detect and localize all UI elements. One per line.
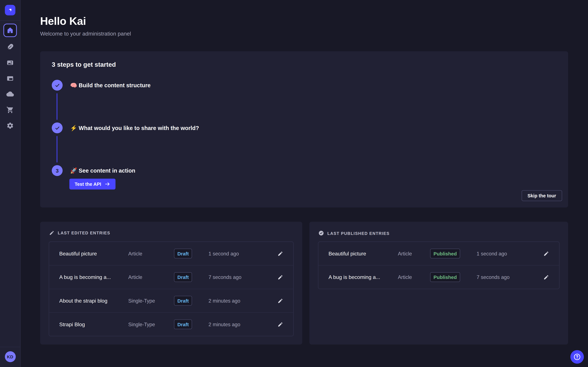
- status-badge: Draft: [174, 272, 192, 282]
- page-subtitle: Welcome to your administration panel: [40, 31, 131, 37]
- check-circle-icon: [318, 230, 324, 236]
- pencil-icon: [49, 230, 54, 235]
- entry-time: 2 minutes ago: [208, 322, 268, 327]
- home-icon: [6, 27, 14, 34]
- step-2-label: ⚡ What would you like to share with the …: [70, 123, 199, 133]
- sidebar-item-marketplace[interactable]: [4, 104, 16, 116]
- entry-title: Strapi Blog: [59, 321, 128, 327]
- feather-icon: [6, 43, 14, 51]
- page-header: Hello Kai Welcome to your administration…: [40, 15, 131, 37]
- entry-time: 2 minutes ago: [208, 298, 268, 303]
- step-number: 3: [56, 167, 59, 174]
- entry-time: 7 seconds ago: [477, 274, 537, 280]
- sidebar-item-media-library[interactable]: [4, 57, 16, 68]
- page-title: Hello Kai: [40, 15, 131, 27]
- edit-entry-button[interactable]: [275, 295, 286, 306]
- step-2-indicator: [52, 123, 63, 133]
- guided-tour-card: 3 steps to get started 🧠 Build the conte…: [40, 51, 568, 208]
- last-edited-table: Beautiful picture Article Draft 1 second…: [49, 242, 294, 336]
- edit-entry-button[interactable]: [275, 319, 286, 330]
- entry-kind: Single-Type: [128, 322, 174, 327]
- shopping-cart-icon: [6, 106, 14, 114]
- last-published-entries-panel: LAST PUBLISHED ENTRIES Beautiful picture…: [309, 222, 568, 344]
- help-button[interactable]: [570, 350, 584, 364]
- step-connector: [57, 136, 58, 162]
- entry-time: 7 seconds ago: [208, 274, 268, 280]
- table-row: A bug is becoming a... Article Published…: [318, 265, 559, 289]
- status-badge: Draft: [174, 319, 192, 329]
- guided-tour-title: 3 steps to get started: [52, 61, 116, 68]
- layout-icon: [6, 74, 14, 82]
- status-badge: Draft: [174, 296, 192, 306]
- entry-kind: Article: [128, 274, 174, 280]
- sidebar-item-content-type-builder[interactable]: [4, 72, 16, 84]
- last-edited-entries-panel: LAST EDITED ENTRIES Beautiful picture Ar…: [40, 222, 302, 344]
- sidebar: KD: [0, 0, 21, 367]
- sidebar-divider: [0, 20, 20, 21]
- edit-entry-button[interactable]: [275, 248, 286, 259]
- caption-text: LAST PUBLISHED ENTRIES: [327, 231, 389, 235]
- edit-entry-button[interactable]: [540, 272, 552, 283]
- check-icon: [53, 124, 61, 132]
- skip-the-tour-button[interactable]: Skip the tour: [521, 190, 562, 201]
- entry-title: About the strapi blog: [59, 298, 128, 304]
- pencil-icon: [543, 251, 549, 256]
- sidebar-footer: KD: [0, 347, 20, 367]
- pencil-icon: [543, 274, 549, 280]
- question-mark-circle-icon: [573, 353, 581, 361]
- step-3-label: 🚀 See content in action: [70, 165, 135, 176]
- step-1-label: 🧠 Build the content structure: [70, 80, 151, 91]
- table-row: A bug is becoming a... Article Draft 7 s…: [49, 265, 293, 289]
- images-icon: [6, 58, 14, 67]
- entry-title: A bug is becoming a...: [59, 274, 128, 280]
- entry-kind: Article: [398, 251, 430, 256]
- strapi-admin-homepage: KD Hello Kai Welcome to your administrat…: [0, 0, 588, 367]
- last-edited-caption: LAST EDITED ENTRIES: [49, 230, 110, 235]
- table-row: Beautiful picture Article Published 1 se…: [318, 242, 559, 265]
- status-badge: Published: [430, 272, 460, 282]
- table-row: About the strapi blog Single-Type Draft …: [49, 289, 293, 312]
- pencil-icon: [277, 274, 283, 280]
- strapi-logo[interactable]: [5, 5, 15, 15]
- entry-time: 1 second ago: [208, 251, 268, 256]
- step-connector: [57, 93, 58, 120]
- step-1-indicator: [52, 80, 63, 91]
- strapi-logo-icon: [7, 5, 13, 15]
- entry-time: 1 second ago: [477, 251, 537, 256]
- sidebar-item-settings[interactable]: [4, 119, 16, 131]
- pencil-icon: [277, 322, 283, 327]
- edit-entry-button[interactable]: [275, 272, 286, 283]
- last-published-caption: LAST PUBLISHED ENTRIES: [318, 230, 389, 236]
- pencil-icon: [277, 251, 283, 256]
- entry-title: Beautiful picture: [329, 250, 398, 257]
- user-avatar[interactable]: KD: [5, 351, 16, 362]
- sidebar-item-cloud[interactable]: [4, 88, 16, 100]
- entry-title: Beautiful picture: [59, 250, 128, 257]
- entry-title: A bug is becoming a...: [329, 274, 398, 280]
- entry-kind: Single-Type: [128, 298, 174, 303]
- status-badge: Draft: [174, 249, 192, 258]
- pencil-icon: [277, 298, 283, 303]
- caption-text: LAST EDITED ENTRIES: [58, 231, 110, 235]
- edit-entry-button[interactable]: [540, 248, 552, 259]
- last-published-table: Beautiful picture Article Published 1 se…: [318, 242, 560, 289]
- sidebar-item-home[interactable]: [3, 24, 17, 37]
- cloud-icon: [6, 90, 14, 98]
- table-row: Beautiful picture Article Draft 1 second…: [49, 242, 293, 265]
- test-the-api-button[interactable]: Test the API: [69, 179, 115, 190]
- table-row: Strapi Blog Single-Type Draft 2 minutes …: [49, 312, 293, 336]
- entry-kind: Article: [398, 274, 430, 280]
- entry-kind: Article: [128, 251, 174, 256]
- cta-label: Test the API: [75, 181, 101, 187]
- sidebar-item-content-manager[interactable]: [4, 41, 16, 53]
- step-3-indicator: 3: [52, 165, 63, 176]
- status-badge: Published: [430, 249, 460, 258]
- gear-icon: [6, 122, 14, 129]
- sidebar-divider: [0, 347, 20, 347]
- arrow-right-icon: [104, 181, 110, 187]
- check-icon: [53, 81, 61, 89]
